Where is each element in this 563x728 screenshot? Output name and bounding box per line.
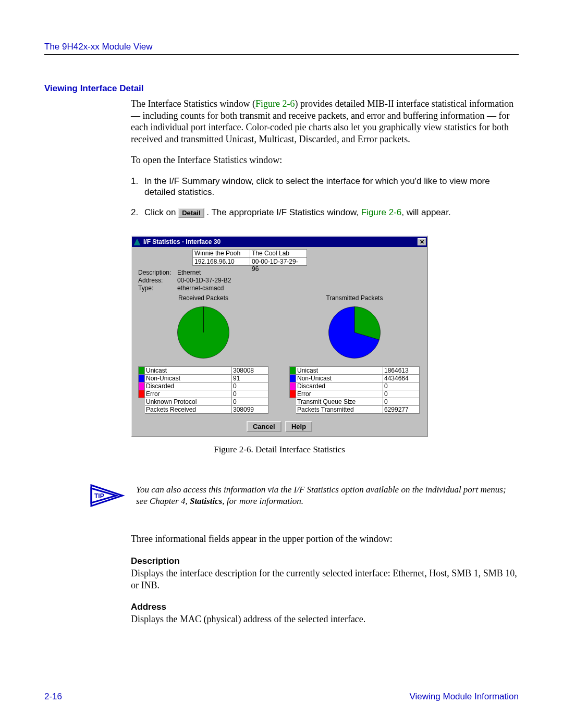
close-icon[interactable]: ✕ [418,238,426,245]
description-heading: Description [131,556,519,566]
tip-text-c: , for more information. [222,496,303,506]
received-panel: Received Packets Unicast308008Non-Unicas… [138,294,268,414]
interface-meta: Description:Ethernet Address:00-00-1D-37… [138,269,424,292]
stat-value: 0 [232,382,268,390]
stat-label: Packets Transmitted [296,406,383,414]
color-swatch [290,367,296,375]
window-titlebar[interactable]: I/F Statistics - Interface 30 ✕ [132,237,427,247]
stat-value: 4434664 [383,375,420,382]
color-swatch [139,390,145,398]
stat-label: Error [145,390,232,398]
step-1-text: In the I/F Summary window, click to sele… [144,176,519,198]
color-swatch [139,382,145,390]
address-text: Displays the MAC (physical) address of t… [131,613,519,625]
stat-value: 91 [232,375,268,382]
stat-value: 0 [383,398,420,406]
desc-label: Description: [138,269,177,277]
stat-value: 0 [383,382,420,390]
color-swatch [290,375,296,382]
device-name: Winnie the Pooh [192,249,250,257]
stat-label: Packets Received [145,406,232,414]
stat-label: Transmit Queue Size [296,398,383,406]
received-table: Unicast308008Non-Unicast91Discarded0Erro… [138,366,268,414]
open-instructions: To open the Interface Statistics window: [131,154,519,166]
stat-value: 1864613 [383,367,420,375]
color-swatch [139,367,145,375]
address-heading: Address [131,601,519,612]
stat-label: Error [296,390,383,398]
tip-text-b: Statistics [190,496,222,506]
if-statistics-window: I/F Statistics - Interface 30 ✕ Winnie t… [131,236,428,437]
section-heading: Viewing Interface Detail [44,83,519,94]
color-swatch [290,382,296,390]
color-swatch [139,406,145,414]
stat-label: Unicast [296,367,383,375]
color-swatch [139,375,145,382]
transmitted-panel: Transmitted Packets Unicast1864613Non-Un… [289,294,420,414]
cancel-button[interactable]: Cancel [247,421,282,432]
step-1: 1. In the I/F Summary window, click to s… [131,176,519,198]
device-location: The Cool Lab [250,249,307,257]
transmitted-pie-chart [326,304,383,361]
step-2: 2. Click on Detail . The appropriate I/F… [131,207,519,218]
device-ip: 192.168.96.10 [192,257,250,266]
app-icon [133,238,141,246]
received-pie-chart [175,304,232,361]
address-value: 00-00-1D-37-29-B2 [177,277,231,285]
window-title: I/F Statistics - Interface 30 [143,238,418,245]
stat-value: 0 [232,398,268,406]
step-2-text-a: Click on [144,207,178,217]
stat-label: Discarded [296,382,383,390]
figure-link[interactable]: Figure 2-6 [255,98,295,109]
device-info-grid: Winnie the Pooh The Cool Lab 192.168.96.… [192,249,424,266]
step-2-text-c: , will appear. [401,207,451,217]
description-text: Displays the interface description for t… [131,567,519,591]
type-value: ethernet-csmacd [177,285,224,292]
detail-button[interactable]: Detail [178,208,204,218]
tip-block: TIP You can also access this information… [90,479,519,512]
stat-label: Discarded [145,382,232,390]
stat-label: Non-Unicast [145,375,232,382]
type-label: Type: [138,285,177,292]
transmitted-table: Unicast1864613Non-Unicast4434664Discarde… [289,366,420,414]
step-2-text-b: . The appropriate I/F Statistics window, [206,207,361,217]
received-title: Received Packets [138,294,268,302]
figure-caption: Figure 2-6. Detail Interface Statistics [131,445,428,455]
tip-icon: TIP [90,479,127,512]
stat-value: 0 [232,390,268,398]
page-number: 2-16 [44,692,62,702]
device-mac: 00-00-1D-37-29-96 [250,257,307,266]
figure-link-2[interactable]: Figure 2-6 [361,207,401,217]
stat-value: 308099 [232,406,268,414]
color-swatch [290,406,296,414]
stat-value: 0 [383,390,420,398]
post-paragraph: Three informational fields appear in the… [131,533,519,545]
color-swatch [139,398,145,406]
desc-value: Ethernet [177,269,201,277]
stat-label: Unknown Protocol [145,398,232,406]
stat-label: Unicast [145,367,232,375]
intro-paragraph: The Interface Statistics window (Figure … [131,98,519,145]
svg-text:TIP: TIP [94,492,104,500]
footer-section: Viewing Module Information [410,692,519,702]
stat-value: 308008 [232,367,268,375]
color-swatch [290,398,296,406]
color-swatch [290,390,296,398]
stat-label: Non-Unicast [296,375,383,382]
page-header: The 9H42x-xx Module View [44,42,153,52]
intro-text-a: The Interface Statistics window ( [131,98,255,109]
address-label: Address: [138,277,177,285]
stat-value: 6299277 [383,406,420,414]
transmitted-title: Transmitted Packets [289,294,420,302]
help-button[interactable]: Help [285,421,312,432]
